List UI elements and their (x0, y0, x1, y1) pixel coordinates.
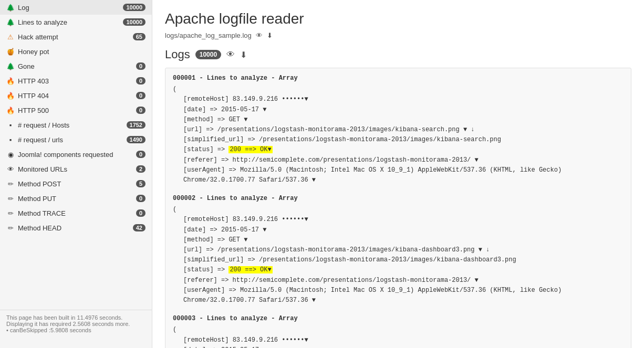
sidebar-label-hack: Hack attempt (18, 33, 130, 41)
log-key: [remoteHost] (183, 336, 228, 344)
footer-line2: • canBeSkipped :5.9808 seconds (6, 327, 91, 333)
log-key: [url] (183, 126, 202, 133)
log-entry-paren: ( (173, 205, 624, 215)
fire-icon: 🔥 (6, 77, 15, 85)
sidebar-footer: This page has been built in 11.4976 seco… (0, 310, 152, 338)
log-entry: 000003 - Lines to analyze - Array([remot… (173, 314, 624, 348)
eye-icon[interactable]: 👁 (256, 31, 263, 39)
sidebar-item-honey[interactable]: 🍯Honey pot (0, 44, 152, 59)
sidebar-item-http403[interactable]: 🔥HTTP 4030 (0, 73, 152, 88)
sidebar-item-monitored[interactable]: 👁Monitored URLs2 (0, 162, 152, 176)
warn-icon: ⚠ (6, 33, 15, 41)
log-field: [remoteHost] 83.149.9.216 ••••••▼ (173, 215, 624, 225)
sidebar-badge-lines: 10000 (123, 18, 146, 26)
sidebar-item-head[interactable]: ✏Method HEAD42 (0, 220, 152, 235)
log-field: [status] => 200 ==> OK▼ (173, 145, 624, 155)
sidebar-badge-req_hosts: 1752 (127, 121, 146, 129)
sidebar-badge-gone: 0 (136, 62, 146, 70)
log-key: [referer] (183, 277, 217, 284)
sidebar-item-log[interactable]: 🌲Log10000 (0, 0, 152, 15)
log-value: => /presentations/logstash-monitorama-20… (247, 256, 516, 263)
log-field: [url] => /presentations/logstash-monitor… (173, 245, 624, 255)
log-field: [method] => GET ▼ (173, 115, 624, 125)
download-icon[interactable]: ⬇ (267, 31, 273, 39)
logs-download-icon[interactable]: ⬇ (240, 50, 247, 60)
sidebar-badge-http500: 0 (136, 107, 146, 114)
log-field: [date] => 2015-05-17 ▼ (173, 225, 624, 235)
filename: logs/apache_log_sample.log (165, 31, 252, 39)
log-key: [date] (183, 106, 206, 113)
sidebar-label-req_urls: # request / urls (18, 136, 123, 144)
log-field: [date] => 2015-05-17 ▼ (173, 105, 624, 115)
logs-header: Logs 10000 👁 ⬇ (165, 48, 631, 61)
sidebar-item-req_hosts[interactable]: ▪# request / Hosts1752 (0, 118, 152, 132)
sidebar-item-put[interactable]: ✏Method PUT0 (0, 191, 152, 206)
log-key: [referer] (183, 156, 217, 164)
sidebar-item-http404[interactable]: 🔥HTTP 4040 (0, 88, 152, 103)
square-icon: ▪ (6, 135, 15, 144)
log-value: => http://semicomplete.com/presentations… (221, 277, 479, 284)
pencil-icon: ✏ (6, 209, 15, 217)
log-key: [method] (183, 236, 214, 244)
fire-icon: 🔥 (6, 106, 15, 114)
log-value: => http://semicomplete.com/presentations… (221, 156, 479, 164)
sidebar-item-req_urls[interactable]: ▪# request / urls1490 (0, 132, 152, 147)
log-field: [simplified_url] => /presentations/logst… (173, 135, 624, 145)
sidebar-item-post[interactable]: ✏Method POST5 (0, 176, 152, 191)
log-value: 83.149.9.216 ••••••▼ (233, 96, 308, 103)
sidebar-label-honey: Honey pot (18, 48, 146, 56)
sidebar-label-post: Method POST (18, 180, 133, 188)
footer-line1: This page has been built in 11.4976 seco… (6, 314, 130, 327)
tree-icon: 🌲 (6, 3, 15, 12)
log-field: [remoteHost] 83.149.9.216 ••••••▼ (173, 335, 624, 345)
sidebar-item-http500[interactable]: 🔥HTTP 5000 (0, 103, 152, 118)
main-content: Apache logfile reader logs/apache_log_sa… (152, 0, 644, 348)
log-key: [method] (183, 116, 214, 123)
sidebar-badge-joomla: 0 (136, 151, 146, 158)
pencil-icon: ✏ (6, 180, 15, 188)
sidebar-item-hack[interactable]: ⚠Hack attempt65 (0, 29, 152, 44)
log-value: => /presentations/logstash-monitorama-20… (206, 246, 490, 254)
sidebar-label-gone: Gone (18, 62, 133, 70)
sidebar-item-gone[interactable]: 🌲Gone0 (0, 59, 152, 73)
honey-icon: 🍯 (6, 47, 15, 56)
sidebar: 🌲Log10000🌲Lines to analyze10000⚠Hack att… (0, 0, 152, 348)
log-entry-header: 000003 - Lines to analyze - Array (173, 314, 624, 324)
sidebar-label-joomla: Joomla! components requested (18, 151, 133, 159)
sidebar-badge-post: 5 (136, 180, 146, 187)
sidebar-badge-trace: 0 (136, 209, 146, 217)
log-value: => GET ▼ (217, 116, 248, 123)
eye-icon: 👁 (6, 165, 15, 173)
log-field: [remoteHost] 83.149.9.216 ••••••▼ (173, 94, 624, 104)
log-status-highlight: 200 ==> OK▼ (228, 266, 272, 273)
pencil-icon: ✏ (6, 224, 15, 232)
sidebar-badge-monitored: 2 (136, 165, 146, 173)
log-field: [userAgent] => Mozilla/5.0 (Macintosh; I… (173, 286, 624, 305)
log-field: [date] => 2015-05-17 ▼ (173, 345, 624, 348)
log-value: 83.149.9.216 ••••••▼ (233, 216, 308, 223)
log-field: [simplified_url] => /presentations/logst… (173, 255, 624, 265)
log-field: [userAgent] => Mozilla/5.0 (Macintosh; I… (173, 165, 624, 185)
log-content-area: 000001 - Lines to analyze - Array([remot… (165, 68, 631, 348)
log-key: [simplified_url] (183, 256, 244, 263)
sidebar-item-trace[interactable]: ✏Method TRACE0 (0, 206, 152, 220)
log-field: [referer] => http://semicomplete.com/pre… (173, 276, 624, 286)
log-field: [method] => GET ▼ (173, 235, 624, 245)
log-value: => /presentations/logstash-monitorama-20… (206, 126, 474, 133)
log-entry-header: 000001 - Lines to analyze - Array (173, 73, 624, 83)
logs-count-badge: 10000 (195, 50, 221, 59)
tree-icon: 🌲 (6, 18, 15, 26)
page-title: Apache logfile reader (165, 10, 631, 27)
pencil-icon: ✏ (6, 194, 15, 203)
logs-eye-icon[interactable]: 👁 (226, 50, 235, 59)
log-status-highlight: 200 ==> OK▼ (228, 146, 272, 153)
sidebar-label-trace: Method TRACE (18, 209, 133, 217)
sidebar-label-http500: HTTP 500 (18, 107, 133, 114)
log-value: => Mozilla/5.0 (Macintosh; Intel Mac OS … (183, 287, 562, 304)
log-key: [userAgent] (183, 287, 225, 294)
log-value: => Mozilla/5.0 (Macintosh; Intel Mac OS … (183, 166, 562, 184)
log-key: [date] (183, 226, 206, 234)
sidebar-item-joomla[interactable]: ◉Joomla! components requested0 (0, 147, 152, 162)
sidebar-badge-req_urls: 1490 (127, 136, 146, 143)
sidebar-item-lines[interactable]: 🌲Lines to analyze10000 (0, 15, 152, 29)
